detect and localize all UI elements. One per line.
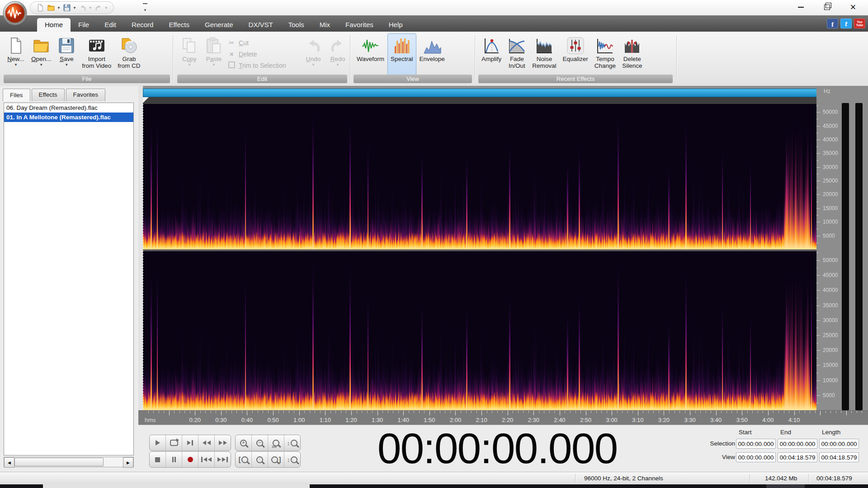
qat-undo-button-dropdown[interactable]: ▼ bbox=[89, 6, 92, 10]
play-to-end-button[interactable] bbox=[182, 435, 198, 450]
spectrogram-channel-1[interactable] bbox=[143, 104, 816, 249]
ribbon-button-new[interactable]: New...▼ bbox=[4, 33, 28, 76]
ruler-tick bbox=[445, 411, 445, 413]
menu-tab-generate[interactable]: Generate bbox=[197, 18, 241, 32]
ribbon-button-save[interactable]: Save▼ bbox=[54, 33, 79, 76]
youtube-icon[interactable]: You Tube bbox=[854, 19, 865, 28]
zoom-vertical-in-button[interactable]: ↕ bbox=[284, 435, 300, 450]
qat-open-button[interactable] bbox=[47, 3, 56, 12]
frequency-tick-label: 40000 bbox=[823, 287, 838, 293]
twitter-icon[interactable]: t bbox=[840, 19, 852, 28]
ribbon-button-grab-from-cd[interactable]: Grabfrom CD bbox=[114, 33, 143, 76]
menu-tab-dx-vst[interactable]: DX/VST bbox=[241, 18, 281, 32]
ruler-tick bbox=[195, 411, 195, 415]
ruler-tick bbox=[247, 411, 247, 415]
play-button[interactable] bbox=[150, 435, 166, 450]
menu-tab-file[interactable]: File bbox=[71, 18, 97, 32]
zoom-in-button[interactable]: + bbox=[236, 435, 252, 450]
zoom-100-button[interactable]: 100 bbox=[268, 435, 284, 450]
playhead-marker[interactable] bbox=[143, 97, 149, 103]
view-start-field[interactable] bbox=[736, 452, 776, 462]
ribbon-group-separator bbox=[676, 35, 677, 80]
qat-save-button[interactable] bbox=[62, 3, 71, 12]
record-button[interactable] bbox=[182, 452, 198, 467]
menu-tab-edit[interactable]: Edit bbox=[97, 18, 124, 32]
delete-icon: × bbox=[228, 50, 236, 58]
menu-tab-mix[interactable]: Mix bbox=[312, 18, 338, 32]
ribbon-button-amplify[interactable]: Amplify bbox=[478, 33, 505, 76]
scroll-right-arrow[interactable]: ▶ bbox=[123, 457, 133, 468]
zoom-selection-button[interactable]: · bbox=[252, 452, 268, 467]
file-item[interactable]: 01. In A Mellotone (Remastered).flac bbox=[4, 113, 133, 122]
menu-tab-record[interactable]: Record bbox=[124, 18, 161, 32]
qat-open-button-dropdown[interactable]: ▼ bbox=[57, 6, 61, 10]
ribbon-button-import-from-video[interactable]: Importfrom Video bbox=[79, 33, 114, 76]
selection-start-field[interactable] bbox=[736, 439, 776, 449]
rewind-button[interactable] bbox=[198, 435, 215, 450]
qat-undo-button[interactable] bbox=[78, 3, 87, 12]
ribbon-button-equalizer[interactable]: Equalizer bbox=[560, 33, 591, 76]
frequency-tick bbox=[816, 388, 818, 388]
ruler-tick bbox=[242, 411, 242, 413]
spectrogram-channel-2[interactable] bbox=[143, 251, 816, 410]
overview-scroll-bar[interactable] bbox=[143, 89, 817, 97]
pause-button[interactable] bbox=[166, 452, 182, 467]
menu-tab-effects[interactable]: Effects bbox=[161, 18, 197, 32]
ribbon-button-tempo-change[interactable]: TempoChange bbox=[591, 33, 619, 76]
loop-button[interactable] bbox=[166, 435, 182, 450]
qat-save-button-dropdown[interactable]: ▼ bbox=[73, 6, 76, 10]
minimize-button[interactable] bbox=[788, 0, 814, 14]
maximize-button[interactable] bbox=[814, 0, 840, 14]
qat-redo-button[interactable] bbox=[94, 3, 103, 12]
time-ruler[interactable]: hms 0:200:300:400:501:001:101:201:301:40… bbox=[138, 410, 868, 425]
zoom-vertical-out-button[interactable]: ↕ bbox=[284, 452, 300, 467]
go-to-end-button[interactable] bbox=[215, 452, 231, 467]
ribbon-button-envelope[interactable]: Envelope bbox=[416, 33, 448, 76]
ribbon-button-spectral[interactable]: Spectral bbox=[387, 33, 416, 76]
panel-tab-effects[interactable]: Effects bbox=[32, 89, 65, 101]
close-button[interactable]: × bbox=[840, 0, 866, 14]
panel-tab-favorites[interactable]: Favorites bbox=[66, 89, 106, 101]
selection-end-field[interactable] bbox=[778, 439, 817, 449]
ribbon-group-buttons: Copy▼Paste▼✂Cut×DeleteTrim to SelectionU… bbox=[177, 33, 350, 76]
qat-redo-button-dropdown[interactable]: ▼ bbox=[104, 6, 108, 10]
ribbon-button-noise-removal[interactable]: NoiseRemoval bbox=[529, 33, 559, 76]
menu-tab-home[interactable]: Home bbox=[37, 18, 71, 32]
facebook-icon[interactable]: f bbox=[827, 19, 838, 28]
view-length-field[interactable] bbox=[819, 452, 859, 462]
stop-button[interactable] bbox=[150, 452, 166, 467]
file-list[interactable]: 06. Day Dream (Remastered).flac01. In A … bbox=[4, 103, 134, 455]
ribbon-button-fade-in-out[interactable]: FadeIn/Out bbox=[505, 33, 529, 76]
file-item[interactable]: 06. Day Dream (Remastered).flac bbox=[4, 103, 133, 113]
panel-tab-files[interactable]: Files bbox=[3, 89, 30, 101]
zoom-out-button[interactable]: − bbox=[252, 435, 268, 450]
menu-tab-favorites[interactable]: Favorites bbox=[338, 18, 381, 32]
horizontal-scrollbar[interactable]: ◀ ▶ bbox=[4, 457, 134, 467]
copy-icon bbox=[180, 36, 198, 56]
frequency-tick bbox=[816, 202, 818, 202]
app-logo-menu-button[interactable] bbox=[2, 0, 28, 26]
fast-forward-button[interactable] bbox=[215, 435, 231, 450]
ruler-tick bbox=[455, 411, 456, 415]
ribbon-button-delete-silence[interactable]: DeleteSilence bbox=[619, 33, 645, 76]
scroll-left-arrow[interactable]: ◀ bbox=[4, 457, 14, 468]
delete-silence-icon bbox=[623, 36, 641, 56]
marker-strip[interactable] bbox=[143, 97, 816, 104]
qat-new-button[interactable] bbox=[36, 3, 45, 12]
frequency-tick bbox=[816, 167, 820, 168]
zoom-selection-start-button[interactable]: [ bbox=[236, 452, 252, 467]
ribbon-button-waveform[interactable]: Waveform bbox=[354, 33, 387, 76]
dropdown-arrow-icon: ▼ bbox=[39, 63, 43, 67]
ruler-tick bbox=[695, 411, 696, 413]
view-end-field[interactable] bbox=[778, 452, 817, 462]
customize-toolbar-button[interactable]: ▼ bbox=[141, 3, 149, 13]
scrollbar-thumb[interactable] bbox=[14, 458, 104, 466]
selection-length-field[interactable] bbox=[819, 439, 859, 449]
ribbon-button-open[interactable]: Open...▼ bbox=[28, 33, 54, 76]
menu-tab-tools[interactable]: Tools bbox=[281, 18, 312, 32]
zoom-selection-end-button[interactable]: ] bbox=[268, 452, 284, 467]
menu-tab-help[interactable]: Help bbox=[381, 18, 410, 32]
youtube-text: You bbox=[857, 20, 863, 23]
go-to-start-button[interactable] bbox=[198, 452, 215, 467]
ruler-tick bbox=[294, 411, 294, 413]
